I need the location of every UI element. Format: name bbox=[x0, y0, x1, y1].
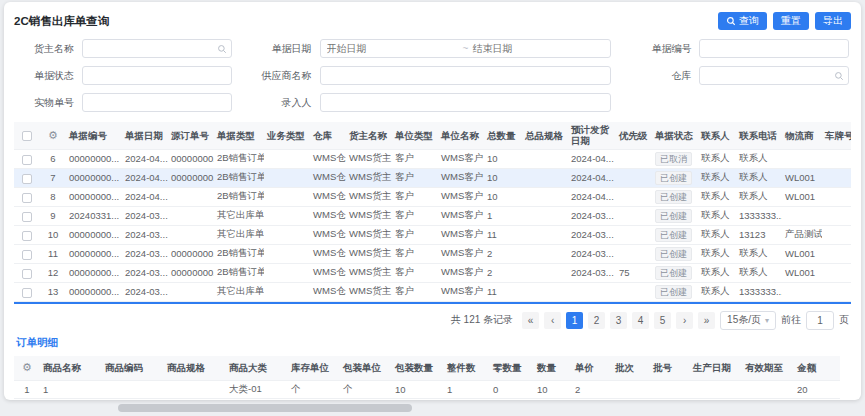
detail-table-wrap: ⚙ 商品名称商品编码商品规格商品大类库存单位包装单位包装数量整件数零数量数量单价… bbox=[14, 356, 851, 400]
status-badge: 已创建 bbox=[655, 228, 692, 242]
table-row[interactable]: 1000000000...2024-03...其它出库单WMS仓WMS货主客户W… bbox=[14, 225, 851, 244]
cell: 联系人 bbox=[698, 168, 736, 187]
column-header: 批号 bbox=[650, 356, 690, 381]
first-page-button[interactable]: « bbox=[522, 312, 539, 329]
column-settings-cell: ⚙ bbox=[40, 122, 66, 149]
physical-number-input[interactable] bbox=[82, 93, 232, 112]
table-row[interactable]: 920240331...2024-03...其它出库单WMS仓WMS货主客户WM… bbox=[14, 206, 851, 225]
row-checkbox[interactable] bbox=[22, 269, 32, 279]
cell: 2B销售订单 bbox=[214, 168, 264, 187]
row-checkbox[interactable] bbox=[22, 250, 32, 260]
page-number-button[interactable]: 1 bbox=[566, 312, 583, 329]
reset-button[interactable]: 重置 bbox=[773, 12, 809, 30]
table-row[interactable]: 700000000...2024-04...00000000...2B销售订单W… bbox=[14, 168, 851, 187]
cell: WMS客户 bbox=[438, 149, 484, 168]
gear-icon[interactable]: ⚙ bbox=[48, 129, 58, 141]
page-number-button[interactable]: 3 bbox=[610, 312, 627, 329]
column-header: 物流商 bbox=[782, 122, 822, 149]
cell: 2B销售订单 bbox=[214, 244, 264, 263]
filter-document-number-label: 单据编号 bbox=[633, 42, 699, 56]
cell: 已创建 bbox=[652, 168, 698, 187]
last-page-button[interactable]: » bbox=[698, 312, 715, 329]
row-checkbox[interactable] bbox=[22, 231, 32, 241]
cell: 10 bbox=[392, 381, 444, 399]
cell: 10 bbox=[484, 187, 522, 206]
cell: WMS货主 bbox=[346, 244, 392, 263]
page-number-button[interactable]: 5 bbox=[654, 312, 671, 329]
detail-table: ⚙ 商品名称商品编码商品规格商品大类库存单位包装单位包装数量整件数零数量数量单价… bbox=[14, 356, 840, 400]
cell: 00000000... bbox=[66, 149, 122, 168]
entry-person-input[interactable] bbox=[320, 93, 612, 112]
export-button[interactable]: 导出 bbox=[815, 12, 851, 30]
cell: WL001 bbox=[782, 244, 822, 263]
row-checkbox[interactable] bbox=[22, 155, 32, 165]
select-all-checkbox[interactable] bbox=[22, 131, 32, 141]
cell: 2024-03... bbox=[568, 206, 616, 225]
next-page-button[interactable]: › bbox=[676, 312, 693, 329]
cell: 20 bbox=[794, 381, 840, 399]
cell bbox=[168, 282, 214, 301]
row-checkbox-cell bbox=[14, 168, 40, 187]
column-header: 零数量 bbox=[490, 356, 534, 381]
cell: 2024-03... bbox=[122, 206, 168, 225]
owner-name-input[interactable] bbox=[82, 39, 232, 58]
horizontal-scrollbar[interactable] bbox=[118, 404, 412, 412]
row-checkbox[interactable] bbox=[22, 288, 32, 298]
query-button[interactable]: 查询 bbox=[718, 12, 767, 30]
row-checkbox[interactable] bbox=[22, 174, 32, 184]
row-index: 10 bbox=[40, 225, 66, 244]
cell: WMS客户 bbox=[438, 244, 484, 263]
filter-entry-person: 录入人 bbox=[254, 93, 612, 112]
row-index: 12 bbox=[40, 263, 66, 282]
cell: 联系人 bbox=[736, 187, 782, 206]
goto-page-input[interactable] bbox=[806, 311, 834, 330]
page-number-button[interactable]: 2 bbox=[588, 312, 605, 329]
end-date-input[interactable] bbox=[472, 43, 604, 54]
filter-physical-number-label: 实物单号 bbox=[16, 96, 82, 110]
filter-form: 货主名称 单据日期 ~ 单据编号 单据状态 供应商名称 bbox=[16, 39, 849, 112]
row-checkbox-cell bbox=[14, 187, 40, 206]
table-row[interactable]: 800000000...2024-04...2B销售订单WMS仓WMS货主客户W… bbox=[14, 187, 851, 206]
filter-supplier-name-label: 供应商名称 bbox=[254, 69, 320, 83]
row-checkbox[interactable] bbox=[22, 212, 32, 222]
table-row[interactable]: 1300000000...2024-03...其它出库单WMS仓WMS货主客户W… bbox=[14, 282, 851, 301]
cell bbox=[616, 187, 652, 206]
cell: 00000000... bbox=[168, 168, 214, 187]
column-header: 单据类型 bbox=[214, 122, 264, 149]
document-status-input[interactable] bbox=[82, 66, 232, 85]
cell: 联系人 bbox=[698, 263, 736, 282]
cell: 2024-04... bbox=[122, 187, 168, 206]
gear-icon[interactable]: ⚙ bbox=[22, 361, 32, 373]
row-checkbox[interactable] bbox=[22, 193, 32, 203]
warehouse-input[interactable] bbox=[699, 66, 849, 85]
cell: 个 bbox=[340, 381, 392, 399]
search-icon[interactable] bbox=[834, 71, 844, 81]
page-number-button[interactable]: 4 bbox=[632, 312, 649, 329]
prev-page-button[interactable]: ‹ bbox=[544, 312, 561, 329]
cell bbox=[822, 149, 851, 168]
filter-supplier-name: 供应商名称 bbox=[254, 66, 612, 85]
page-size-select[interactable]: 15条/页 ▾ bbox=[720, 311, 776, 330]
table-row[interactable]: 1100000000...2024-03...00000000...2B销售订单… bbox=[14, 244, 851, 263]
main-card: 2C销售出库单查询 查询 重置 导出 货主名称 单据日期 bbox=[4, 2, 861, 400]
cell bbox=[822, 282, 851, 301]
table-row[interactable]: 1200000000...2024-03...00000000...2B销售订单… bbox=[14, 263, 851, 282]
detail-table-body: 11大类-01个个101010220 bbox=[14, 381, 840, 399]
column-header: 仓库 bbox=[310, 122, 346, 149]
cell: 11 bbox=[484, 282, 522, 301]
cell bbox=[522, 225, 568, 244]
table-row[interactable]: 600000000...2024-04...00000000...2B销售订单W… bbox=[14, 149, 851, 168]
table-row[interactable]: 11大类-01个个101010220 bbox=[14, 381, 840, 399]
supplier-name-input[interactable] bbox=[320, 66, 612, 85]
toolbar-actions: 查询 重置 导出 bbox=[718, 12, 851, 30]
search-icon[interactable] bbox=[217, 44, 227, 54]
cell bbox=[264, 225, 310, 244]
total-records: 共 121 条记录 bbox=[451, 313, 513, 327]
orders-table: ⚙ 单据编号单据日期源订单号单据类型业务类型仓库货主名称单位类型单位名称总数量总… bbox=[14, 122, 851, 302]
document-number-input[interactable] bbox=[699, 39, 849, 58]
start-date-input[interactable] bbox=[327, 43, 459, 54]
status-badge: 已创建 bbox=[655, 285, 692, 299]
cell: 个 bbox=[288, 381, 340, 399]
date-range-input[interactable]: ~ bbox=[320, 39, 612, 58]
cell bbox=[522, 187, 568, 206]
